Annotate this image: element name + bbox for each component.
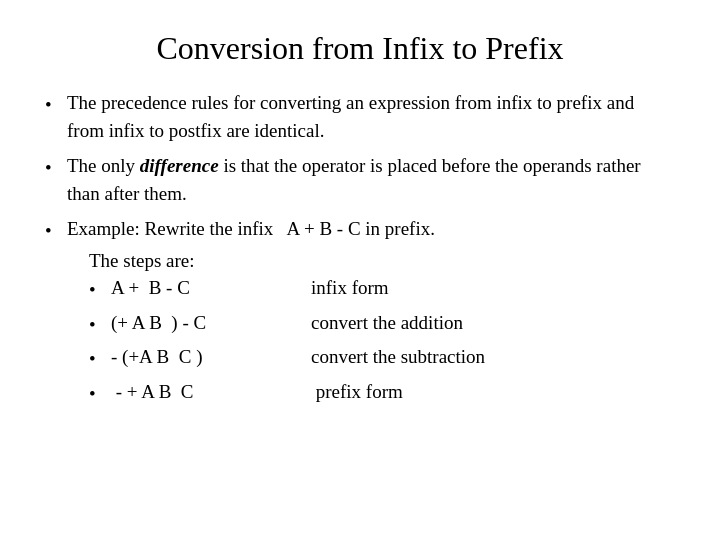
bullet-dot-2: • bbox=[45, 154, 67, 182]
bullet-item-1: • The precedence rules for converting an… bbox=[45, 89, 675, 144]
step-desc-3: convert the subtraction bbox=[311, 343, 675, 371]
steps-list: • A + B - C infix form • (+ A B ) - C co… bbox=[89, 274, 675, 407]
step-desc-2: convert the addition bbox=[311, 309, 675, 337]
emphasis-difference: difference bbox=[140, 155, 219, 176]
step-row-4: • - + A B C prefix form bbox=[89, 378, 675, 408]
step-desc-4: prefix form bbox=[311, 378, 675, 406]
step-expr-3: - (+A B C ) bbox=[111, 343, 311, 371]
bullet-item-3: • Example: Rewrite the infix A + B - C i… bbox=[45, 215, 675, 413]
step-expr-2: (+ A B ) - C bbox=[111, 309, 311, 337]
step-expr-4: - + A B C bbox=[111, 378, 311, 406]
step-row-1: • A + B - C infix form bbox=[89, 274, 675, 304]
step-desc-1: infix form bbox=[311, 274, 675, 302]
steps-intro: The steps are: bbox=[89, 247, 675, 275]
bullet-text-3: Example: Rewrite the infix A + B - C in … bbox=[67, 215, 675, 413]
step-row-3: • - (+A B C ) convert the subtraction bbox=[89, 343, 675, 373]
content-area: • The precedence rules for converting an… bbox=[45, 89, 675, 421]
step-expr-1: A + B - C bbox=[111, 274, 311, 302]
bullet-item-2: • The only difference is that the operat… bbox=[45, 152, 675, 207]
slide-title: Conversion from Infix to Prefix bbox=[45, 30, 675, 67]
bullet-text-1: The precedence rules for converting an e… bbox=[67, 89, 675, 144]
slide: Conversion from Infix to Prefix • The pr… bbox=[0, 0, 720, 540]
bullet-dot-3: • bbox=[45, 217, 67, 245]
step-dot-2: • bbox=[89, 311, 111, 339]
step-dot-3: • bbox=[89, 345, 111, 373]
bullet-dot-1: • bbox=[45, 91, 67, 119]
step-row-2: • (+ A B ) - C convert the addition bbox=[89, 309, 675, 339]
bullet-list: • The precedence rules for converting an… bbox=[45, 89, 675, 413]
step-dot-4: • bbox=[89, 380, 111, 408]
bullet-text-2: The only difference is that the operator… bbox=[67, 152, 675, 207]
step-dot-1: • bbox=[89, 276, 111, 304]
steps-indent: The steps are: • A + B - C infix form • … bbox=[89, 247, 675, 408]
